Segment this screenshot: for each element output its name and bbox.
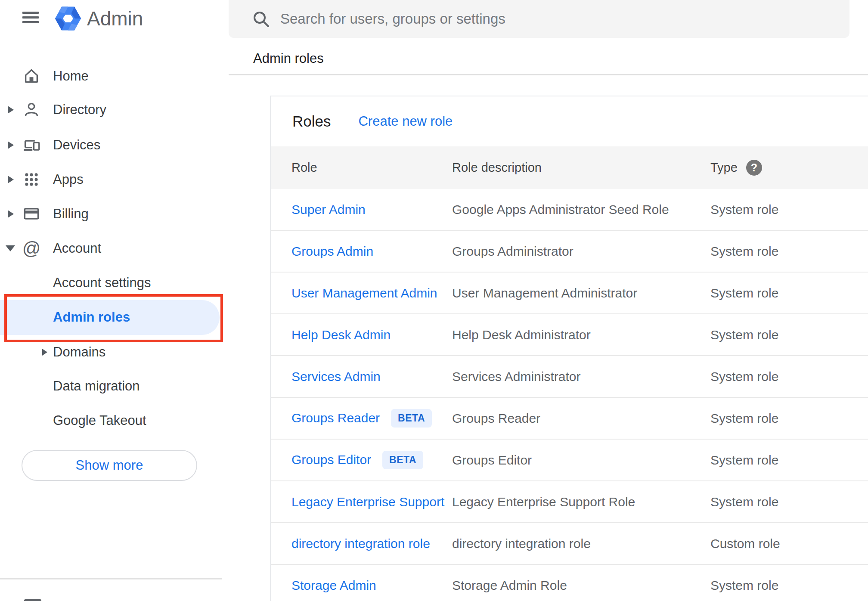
sidebar-item-domains[interactable]: Domains — [0, 335, 229, 369]
table-header-row: Role Role description Type ? — [271, 146, 868, 189]
expand-arrow-icon[interactable] — [8, 176, 14, 183]
role-description: Groups Editor — [452, 453, 710, 468]
sidebar-item-directory[interactable]: Directory — [0, 93, 229, 127]
at-sign-icon: @ — [23, 240, 40, 257]
beta-badge: BETA — [391, 409, 432, 428]
sidebar-item-home[interactable]: Home — [0, 59, 229, 93]
table-row: Super AdminGoogle Apps Administrator See… — [271, 189, 868, 231]
table-row: User Management AdminUser Management Adm… — [271, 273, 868, 314]
sidebar-item-label: Account — [53, 241, 101, 256]
sidebar-item-label: Google Takeout — [53, 413, 146, 428]
help-icon[interactable]: ? — [746, 160, 762, 176]
role-type: System role — [710, 578, 868, 593]
column-header-type: Type — [710, 161, 738, 175]
role-link[interactable]: User Management Admin — [291, 286, 437, 300]
create-new-role-link[interactable]: Create new role — [358, 114, 453, 129]
role-link[interactable]: Super Admin — [291, 202, 366, 217]
role-description: directory integration role — [452, 536, 710, 551]
table-row: Help Desk AdminHelp Desk AdministratorSy… — [271, 314, 868, 356]
expand-arrow-icon[interactable] — [8, 210, 14, 218]
admin-logo-icon — [54, 5, 82, 32]
role-type: System role — [710, 202, 868, 217]
beta-badge: BETA — [382, 451, 423, 469]
role-description: Help Desk Administrator — [452, 328, 710, 342]
breadcrumb: Admin roles — [253, 51, 324, 66]
table-row: directory integration roledirectory inte… — [271, 523, 868, 565]
sidebar-item-label: Devices — [53, 137, 100, 153]
search-icon — [252, 10, 270, 28]
card-title: Roles — [292, 113, 331, 130]
home-icon — [23, 68, 40, 85]
expand-arrow-icon[interactable] — [8, 106, 14, 114]
role-type: System role — [710, 453, 868, 468]
column-header-role: Role — [291, 161, 452, 175]
role-link[interactable]: Help Desk Admin — [291, 328, 391, 342]
sidebar-item-label: Account settings — [53, 275, 151, 291]
role-description: Groups Reader — [452, 411, 710, 426]
role-type: System role — [710, 495, 868, 509]
role-type: System role — [710, 411, 868, 426]
roles-table-body: Super AdminGoogle Apps Administrator See… — [271, 189, 868, 601]
role-description: Groups Administrator — [452, 244, 710, 259]
sidebar-item-label: Data migration — [53, 378, 140, 394]
table-row: Groups ReaderBETAGroups ReaderSystem rol… — [271, 398, 868, 440]
role-link[interactable]: Storage Admin — [291, 578, 376, 592]
sidebar-item-billing[interactable]: Billing — [0, 197, 229, 231]
sidebar-item-data-migration[interactable]: Data migration — [0, 369, 229, 403]
app-title: Admin — [87, 7, 143, 30]
clipped-icon — [24, 599, 41, 601]
sidebar-item-apps[interactable]: Apps — [0, 162, 229, 197]
role-link[interactable]: Legacy Enterprise Support — [291, 495, 444, 509]
sidebar-item-account[interactable]: @ Account — [0, 231, 229, 266]
search-input[interactable]: Search for users, groups or settings — [229, 0, 849, 38]
person-icon — [23, 101, 40, 118]
role-type: Custom role — [710, 536, 868, 551]
sidebar-item-label: Directory — [53, 102, 106, 118]
sidebar-item-label: Home — [53, 68, 89, 84]
collapse-arrow-icon[interactable] — [6, 245, 15, 251]
roles-card: Roles Create new role Role Role descript… — [270, 96, 868, 601]
table-row: Services AdminServices AdministratorSyst… — [271, 356, 868, 398]
role-link[interactable]: Groups Admin — [291, 244, 373, 258]
sidebar-item-label: Billing — [53, 206, 89, 222]
header-divider — [229, 74, 868, 75]
table-row: Groups EditorBETAGroups EditorSystem rol… — [271, 440, 868, 481]
role-type: System role — [710, 244, 868, 259]
role-description: User Management Administrator — [452, 286, 710, 300]
expand-arrow-icon[interactable] — [42, 349, 47, 356]
sidebar-divider — [0, 578, 222, 579]
role-link[interactable]: Services Admin — [291, 369, 381, 384]
role-type: System role — [710, 286, 868, 300]
role-description: Services Administrator — [452, 369, 710, 384]
role-link[interactable]: Groups Reader — [291, 411, 380, 425]
table-row: Legacy Enterprise SupportLegacy Enterpri… — [271, 481, 868, 523]
role-type: System role — [710, 328, 868, 342]
role-description: Legacy Enterprise Support Role — [452, 495, 710, 509]
column-header-description: Role description — [452, 161, 710, 175]
table-row: Storage AdminStorage Admin RoleSystem ro… — [271, 565, 868, 601]
search-placeholder: Search for users, groups or settings — [280, 11, 505, 27]
role-description: Storage Admin Role — [452, 578, 710, 593]
expand-arrow-icon[interactable] — [8, 141, 14, 149]
role-link[interactable]: Groups Editor — [291, 452, 371, 467]
credit-card-icon — [23, 205, 40, 223]
role-description: Google Apps Administrator Seed Role — [452, 202, 710, 217]
apps-grid-icon — [23, 171, 40, 188]
role-type: System role — [710, 369, 868, 384]
sidebar-item-label: Domains — [53, 344, 105, 360]
sidebar-item-google-takeout[interactable]: Google Takeout — [0, 403, 229, 438]
sidebar-item-devices[interactable]: Devices — [0, 128, 229, 162]
role-link[interactable]: directory integration role — [291, 536, 430, 551]
menu-icon[interactable] — [22, 12, 39, 25]
table-row: Groups AdminGroups AdministratorSystem r… — [271, 231, 868, 273]
show-more-button[interactable]: Show more — [22, 450, 197, 481]
devices-icon — [23, 136, 40, 154]
sidebar-item-label: Apps — [53, 172, 84, 187]
